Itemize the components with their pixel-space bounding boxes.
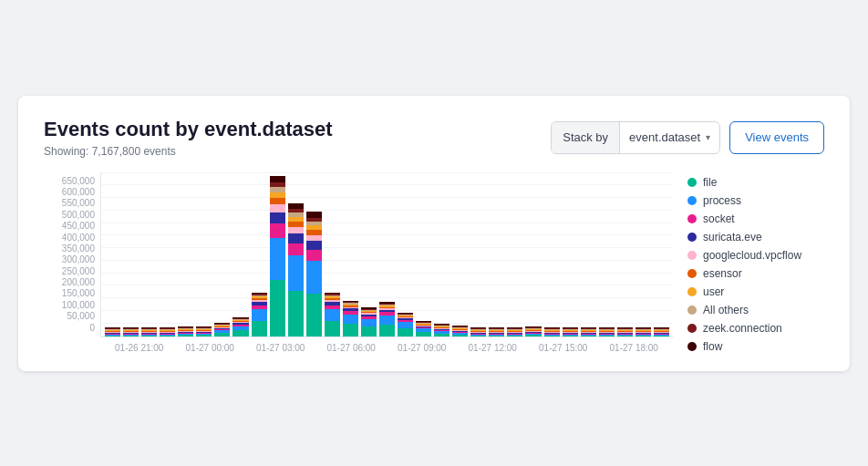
- bar-group: [306, 195, 322, 337]
- stack-by-value[interactable]: event.dataset ▾: [620, 130, 719, 144]
- bar-segment-process: [398, 322, 413, 328]
- legend-color-dot: [687, 214, 697, 223]
- bar-segment-socket: [306, 250, 322, 262]
- bar-group: [654, 330, 669, 336]
- bar-group: [563, 323, 578, 337]
- legend-item: process: [687, 194, 824, 207]
- bar-group: [141, 328, 157, 337]
- title-section: Events count by event.dataset Showing: 7…: [44, 118, 333, 158]
- legend-label-text: suricata.eve: [703, 231, 762, 243]
- bar-segment-file: [379, 325, 395, 337]
- bar-segment-file: [178, 335, 193, 336]
- legend-color-dot: [687, 287, 697, 296]
- legend-item: flow: [687, 340, 824, 353]
- legend-color-dot: [687, 251, 697, 260]
- bar-segment-googlecloud: [288, 227, 304, 233]
- bar-segment-flow: [270, 176, 285, 183]
- legend-item: zeek.connection: [687, 322, 824, 335]
- bar-group: [196, 310, 212, 336]
- bar-group: [178, 312, 193, 336]
- legend-color-dot: [687, 233, 697, 242]
- bars-container: [101, 172, 673, 337]
- bar-group: [599, 322, 615, 337]
- y-axis: 050,000100,000150,000200,000250,000300,0…: [44, 172, 100, 353]
- bar-segment-file: [489, 336, 504, 337]
- bar-segment-file: [507, 336, 522, 337]
- bar-group: [252, 253, 267, 337]
- legend-item: All others: [687, 304, 824, 316]
- y-axis-label: 650,000: [62, 176, 95, 186]
- bar-segment-file: [452, 335, 468, 337]
- legend-label-text: flow: [703, 340, 722, 353]
- bar-segment-process: [306, 261, 322, 294]
- chevron-down-icon: ▾: [706, 132, 710, 142]
- x-axis-label: 01-27 12:00: [458, 343, 529, 353]
- bar-segment-file: [306, 294, 322, 336]
- bar-segment-file: [599, 336, 615, 337]
- legend-color-dot: [687, 305, 697, 315]
- y-axis-label: 50,000: [67, 311, 95, 321]
- bar-segment-file: [105, 336, 120, 337]
- view-events-button[interactable]: View events: [729, 121, 824, 154]
- bar-segment-esensor: [270, 198, 285, 204]
- chart-with-yaxis: 050,000100,000150,000200,000250,000300,0…: [44, 172, 673, 353]
- legend-item: file: [687, 176, 824, 189]
- bar-segment-process: [325, 309, 340, 321]
- bar-segment-file: [196, 335, 212, 337]
- bar-group: [507, 318, 522, 336]
- bar-group: [489, 316, 504, 337]
- legend-label-text: esensor: [703, 267, 742, 280]
- legend-item: googlecloud.vpcflow: [687, 249, 824, 262]
- y-axis-label: 600,000: [62, 187, 95, 197]
- bar-group: [581, 326, 596, 336]
- bar-segment-file: [398, 328, 413, 337]
- bar-group: [232, 285, 248, 336]
- legend-label-text: file: [703, 176, 717, 189]
- x-axis-label: 01-26 21:00: [104, 343, 175, 353]
- bar-segment-file: [123, 336, 139, 337]
- bar-segment-file: [563, 336, 578, 337]
- bar-group: [288, 190, 304, 336]
- y-axis-label: 150,000: [62, 288, 95, 298]
- bar-group: [214, 297, 230, 336]
- x-axis-label: 01-27 15:00: [528, 343, 599, 353]
- bar-segment-file: [270, 280, 285, 337]
- bar-segment-file: [636, 336, 651, 337]
- stack-by-selector[interactable]: Stack by event.dataset ▾: [551, 121, 720, 154]
- bar-segment-suricata: [306, 241, 322, 250]
- x-axis: 01-26 21:0001-27 00:0001-27 03:0001-27 0…: [100, 339, 673, 353]
- bar-segment-file: [343, 324, 358, 336]
- bar-group: [452, 307, 468, 337]
- y-axis-label: 300,000: [62, 254, 95, 264]
- bar-segment-suricata: [270, 212, 285, 223]
- stack-by-label: Stack by: [552, 122, 620, 153]
- legend-label-text: user: [703, 285, 724, 298]
- legend-color-dot: [687, 269, 697, 278]
- legend-label-text: zeek.connection: [703, 322, 782, 335]
- bar-group: [636, 329, 651, 337]
- x-axis-label: 01-27 09:00: [387, 343, 458, 353]
- bar-segment-file: [617, 336, 633, 337]
- bar-segment-file: [581, 336, 596, 337]
- bar-group: [160, 329, 175, 337]
- x-axis-label: 01-27 03:00: [245, 343, 316, 353]
- bar-segment-file: [434, 334, 450, 337]
- bar-segment-process: [288, 255, 304, 290]
- legend-label-text: googlecloud.vpcflow: [703, 249, 801, 262]
- chart-area: 050,000100,000150,000200,000250,000300,0…: [44, 172, 824, 353]
- bar-segment-process: [343, 315, 358, 324]
- bar-group: [123, 327, 139, 337]
- legend-item: suricata.eve: [687, 231, 824, 243]
- bar-segment-file: [470, 336, 486, 337]
- legend-label-text: All others: [703, 304, 749, 316]
- chart-body: 01-26 21:0001-27 00:0001-27 03:0001-27 0…: [100, 172, 673, 353]
- chart-title: Events count by event.dataset: [44, 118, 333, 141]
- x-axis-label: 01-27 18:00: [599, 343, 670, 353]
- controls: Stack by event.dataset ▾ View events: [551, 121, 824, 154]
- bar-group: [270, 176, 285, 337]
- chart-header: Events count by event.dataset Showing: 7…: [44, 118, 824, 158]
- bar-segment-file: [416, 332, 431, 337]
- y-axis-label: 550,000: [62, 198, 95, 208]
- bar-segment-socket: [270, 223, 285, 238]
- bar-group: [434, 301, 450, 337]
